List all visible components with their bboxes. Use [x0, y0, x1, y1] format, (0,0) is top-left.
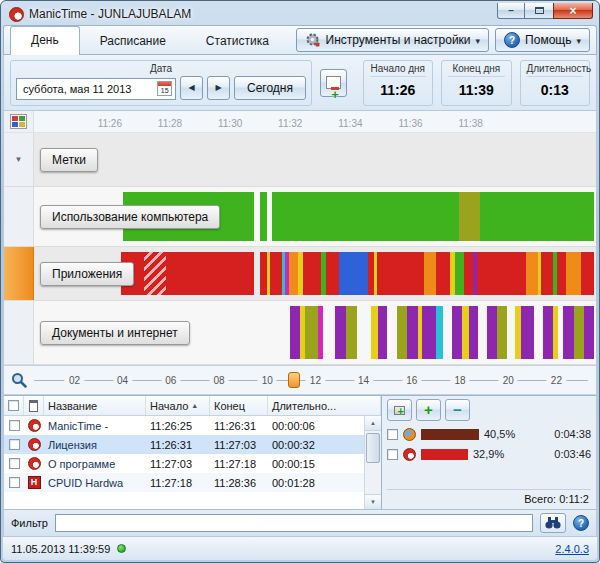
column-header-end[interactable]: Конец: [210, 396, 268, 415]
timeline-segment-red[interactable]: [326, 252, 339, 295]
summary-checkbox[interactable]: [387, 449, 398, 460]
timeline-segment-yellow[interactable]: [371, 306, 378, 359]
timeline-segment-red[interactable]: [464, 252, 472, 295]
tools-settings-button[interactable]: Инструменты и настройки: [296, 28, 490, 52]
timeline-segment-green[interactable]: [272, 192, 459, 241]
timeline-segment-green[interactable]: [455, 252, 465, 295]
timeline-segment-red-hatch[interactable]: [144, 252, 166, 295]
maximize-button[interactable]: [525, 3, 553, 19]
timeline-segment-red[interactable]: [303, 252, 321, 295]
table-row[interactable]: Лицензия11:26:3111:27:0300:00:32: [4, 435, 381, 454]
table-row[interactable]: О программе11:27:0311:27:1800:00:15: [4, 454, 381, 473]
timeline-segment-purple[interactable]: [563, 306, 574, 359]
timeline-segment-purple[interactable]: [407, 306, 418, 359]
timeline-segment-purple[interactable]: [335, 306, 346, 359]
table-row[interactable]: ManicTime -11:26:2511:26:3100:00:06: [4, 416, 381, 435]
tab-statistics[interactable]: Статистика: [186, 28, 289, 55]
timeline-segment-red[interactable]: [166, 252, 254, 295]
next-day-button[interactable]: [207, 76, 230, 100]
icon-column-header[interactable]: [24, 396, 44, 415]
timeline-segment-olive[interactable]: [459, 192, 479, 241]
timeline-segment-red[interactable]: [477, 252, 526, 295]
timeline-segment-orange[interactable]: [526, 252, 537, 295]
magnifier-icon[interactable]: [11, 372, 27, 388]
close-button[interactable]: [553, 3, 593, 19]
timeline-segment-purple[interactable]: [584, 306, 594, 359]
tab-day[interactable]: День: [10, 26, 80, 55]
search-button[interactable]: [540, 513, 566, 533]
table-scrollbar[interactable]: [364, 416, 381, 509]
timeline-segment-purple[interactable]: [543, 306, 553, 359]
timeline-segment-orange[interactable]: [424, 252, 436, 295]
timeline-segment-cyan[interactable]: [436, 306, 442, 359]
today-button[interactable]: Сегодня: [234, 76, 306, 100]
timeline-segment-purple[interactable]: [290, 306, 300, 359]
timeline-segment-red[interactable]: [557, 252, 566, 295]
zoom-handle[interactable]: [288, 372, 300, 388]
timeline-segment-green[interactable]: [260, 192, 267, 241]
column-header-duration[interactable]: Длительно...: [268, 396, 381, 415]
add-group-button[interactable]: [387, 399, 412, 421]
timeline-segment-blue[interactable]: [339, 252, 368, 295]
select-all-checkbox[interactable]: [8, 400, 19, 411]
titlebar[interactable]: ManicTime - JUNLAJUBALAM: [3, 1, 597, 25]
timeline-segment-olive[interactable]: [497, 306, 507, 359]
zoom-tick-label: 22: [547, 375, 566, 386]
table-row[interactable]: CPUID Hardwa11:27:1811:28:3600:01:28: [4, 473, 381, 492]
timeline-segment-red[interactable]: [377, 252, 424, 295]
timeline-segment-olive[interactable]: [346, 306, 356, 359]
summary-row[interactable]: 32,9%0:03:46: [387, 444, 591, 464]
row-checkbox[interactable]: [9, 458, 20, 469]
calendar-icon[interactable]: 15: [157, 81, 172, 96]
filter-input[interactable]: [55, 514, 533, 532]
timeline-segment-purple[interactable]: [487, 306, 497, 359]
remove-button[interactable]: [445, 399, 470, 421]
timeline-segment-orange[interactable]: [289, 252, 298, 295]
collapse-rows-icon[interactable]: ▼: [15, 155, 23, 164]
date-input[interactable]: суббота, мая 11 2013 15: [16, 78, 176, 100]
timeline-segment-purple[interactable]: [469, 306, 478, 359]
scroll-down-button[interactable]: [365, 494, 381, 509]
row-checkbox[interactable]: [9, 477, 20, 488]
timeline-segment-olive[interactable]: [574, 306, 584, 359]
timelines-palette-icon[interactable]: [10, 114, 27, 129]
timeline-segment-green[interactable]: [480, 192, 594, 241]
timeline-segment-purple[interactable]: [422, 306, 436, 359]
timeline-segment-red[interactable]: [270, 252, 282, 295]
scroll-up-button[interactable]: [365, 416, 381, 431]
timeline-track[interactable]: Документы и интернет: [34, 301, 596, 364]
scroll-thumb[interactable]: [366, 433, 380, 463]
tab-schedule[interactable]: Расписание: [80, 28, 186, 55]
timeline-segment-orange[interactable]: [566, 252, 581, 295]
filter-help-button[interactable]: [573, 515, 589, 531]
timeline-segment-purple[interactable]: [452, 306, 462, 359]
timeline-segment-yellow[interactable]: [553, 306, 558, 359]
row-checkbox[interactable]: [9, 420, 20, 431]
summary-pane: 40,5%0:04:3832,9%0:03:46 Всего: 0:11:2: [382, 396, 596, 509]
timeline-row-label: Метки: [40, 148, 98, 172]
add-button[interactable]: [416, 399, 441, 421]
timeline-segment-purple[interactable]: [378, 306, 387, 359]
version-link[interactable]: 2.4.0.3: [555, 543, 589, 555]
add-timeline-button[interactable]: [320, 69, 347, 97]
timeline-track[interactable]: Метки: [34, 133, 596, 186]
timeline-segment-olive[interactable]: [397, 306, 407, 359]
timeline-segment-olive[interactable]: [305, 306, 318, 359]
summary-checkbox[interactable]: [387, 429, 398, 440]
row-checkbox[interactable]: [9, 439, 20, 450]
timeline-segment-red[interactable]: [541, 252, 553, 295]
timeline-segment-magenta[interactable]: [318, 306, 323, 359]
timeline-segment-purple[interactable]: [521, 306, 533, 359]
zoom-track[interactable]: 0204060810121416182022: [34, 366, 588, 394]
minimize-button[interactable]: [497, 3, 525, 19]
timeline-segment-red[interactable]: [581, 252, 594, 295]
previous-day-button[interactable]: [180, 76, 203, 100]
timeline-track[interactable]: Приложения: [34, 247, 596, 300]
column-header-name[interactable]: Название: [44, 396, 146, 415]
column-header-start[interactable]: Начало: [146, 396, 210, 415]
timeline-track[interactable]: Использование компьютера: [34, 187, 596, 246]
timeline-segment-red[interactable]: [436, 252, 450, 295]
summary-row[interactable]: 40,5%0:04:38: [387, 424, 591, 444]
timeline-segment-yellow[interactable]: [462, 306, 469, 359]
help-button[interactable]: Помощь: [495, 28, 590, 52]
